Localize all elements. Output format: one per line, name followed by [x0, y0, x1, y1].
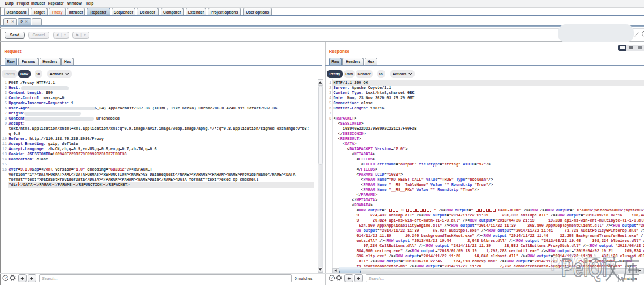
svg-text:?: ? [4, 276, 6, 280]
svg-text:?: ? [331, 276, 333, 280]
